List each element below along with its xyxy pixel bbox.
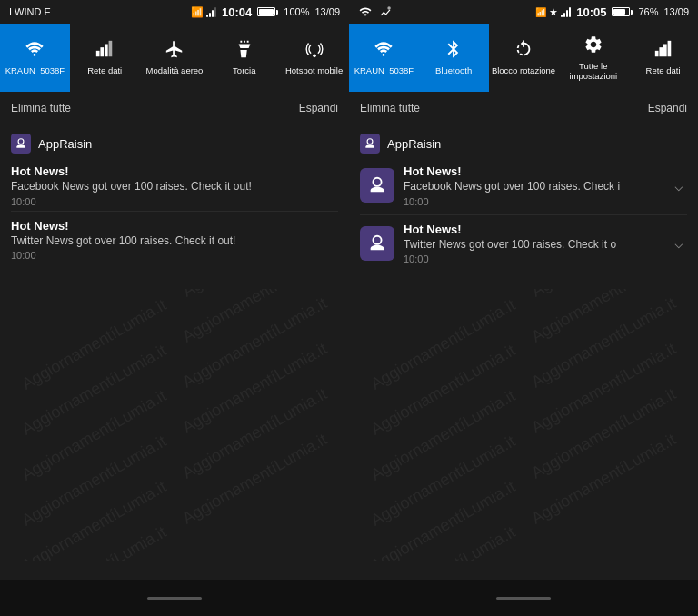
qa-airplane-left[interactable]: Modalità aereo bbox=[140, 24, 210, 92]
svg-point-4 bbox=[313, 55, 316, 58]
action-bar-left: Elimina tutte Espandi bbox=[0, 92, 349, 124]
notif-title-1-left: Hot News! bbox=[11, 164, 338, 178]
expand-right[interactable]: Espandi bbox=[648, 102, 687, 114]
notif-body-2-right: Twitter News got over 100 raises. Check … bbox=[404, 238, 662, 253]
action-bar-right: Elimina tutte Espandi bbox=[349, 92, 698, 124]
qa-wifi-left[interactable]: KRAUN_5038F bbox=[0, 24, 70, 92]
appraisin-name-left: AppRaisin bbox=[38, 137, 92, 151]
qa-settings-label-right: Tutte le impostazioni bbox=[560, 61, 626, 82]
bottom-line-right bbox=[496, 597, 551, 600]
quick-actions-left: KRAUN_5038F Rete dati Modalità aereo Tor… bbox=[0, 24, 349, 92]
bottom-line-left bbox=[147, 597, 202, 600]
appraisin-name-right: AppRaisin bbox=[387, 137, 441, 151]
quick-actions-right: KRAUN_5038F Bluetooth Blocco rotazione T… bbox=[349, 24, 698, 92]
signal-icon-qa-left bbox=[95, 39, 115, 62]
settings-icon-right bbox=[583, 35, 603, 57]
battery-left bbox=[257, 7, 278, 16]
qa-torch-label-left: Torcia bbox=[233, 65, 255, 75]
notif-item-1-right[interactable]: Hot News! Facebook News got over 100 rai… bbox=[360, 157, 687, 215]
status-right-left: 📶 10:04 100% 13/09 bbox=[191, 5, 340, 19]
qa-rotation-right[interactable]: Blocco rotazione bbox=[489, 24, 559, 92]
expand-left[interactable]: Espandi bbox=[299, 102, 338, 114]
notif-icon-2-right bbox=[360, 226, 394, 261]
rotation-icon-right bbox=[514, 39, 533, 62]
qa-data-label-left: Rete dati bbox=[87, 65, 122, 75]
qa-rotation-label-right: Blocco rotazione bbox=[492, 65, 555, 75]
qa-data-left[interactable]: Rete dati bbox=[70, 24, 140, 92]
battery-pct-right: 76% bbox=[638, 6, 658, 17]
status-icons-left: 📶 bbox=[191, 6, 216, 18]
notification-group-right: AppRaisin Hot News! Facebook News got ov… bbox=[349, 124, 698, 279]
svg-rect-1 bbox=[101, 47, 105, 56]
qa-bluetooth-right[interactable]: Bluetooth bbox=[419, 24, 489, 92]
notif-time-2-right: 10:00 bbox=[404, 253, 662, 264]
qa-wifi-right[interactable]: KRAUN_5038F bbox=[349, 24, 419, 92]
carrier-right bbox=[358, 5, 395, 18]
svg-rect-3 bbox=[109, 41, 113, 56]
notif-title-1-right: Hot News! bbox=[404, 164, 662, 178]
watermark-left: AggiornamentíLumia.it AggiornamentíLumia… bbox=[0, 289, 349, 561]
qa-wifi-label-left: KRAUN_5038F bbox=[5, 65, 65, 75]
torch-icon-left bbox=[234, 39, 254, 62]
bottom-bar-right bbox=[349, 580, 698, 616]
qa-bluetooth-label-right: Bluetooth bbox=[435, 65, 472, 75]
signal-icon-left bbox=[206, 6, 216, 17]
qa-data-right[interactable]: Rete dati bbox=[628, 24, 698, 92]
wifi-icon-left bbox=[25, 39, 45, 62]
notif-body-2-left: Twitter News got over 100 raises. Check … bbox=[11, 234, 338, 249]
notif-item-1-left[interactable]: Hot News! Facebook News got over 100 rai… bbox=[11, 157, 338, 212]
appraisin-icon-right bbox=[360, 134, 380, 154]
notif-body-1-right: Facebook News got over 100 raises. Check… bbox=[404, 180, 662, 194]
appraisin-icon-left bbox=[11, 134, 31, 154]
hotspot-icon-left bbox=[304, 39, 324, 62]
svg-rect-7 bbox=[654, 51, 658, 56]
notif-content-2-right: Hot News! Twitter News got over 100 rais… bbox=[404, 223, 662, 265]
qa-data-label-right: Rete dati bbox=[646, 65, 681, 75]
wifi-status-icon: 📶 bbox=[191, 6, 204, 18]
notif-body-1-left: Facebook News got over 100 raises. Check… bbox=[11, 180, 338, 194]
notif-time-1-left: 10:00 bbox=[11, 196, 338, 207]
expand-arrow-2-right[interactable]: ⌵ bbox=[671, 231, 687, 255]
wifi-icon-right bbox=[374, 39, 394, 62]
svg-rect-10 bbox=[667, 41, 671, 56]
time-left: 10:04 bbox=[222, 5, 252, 19]
svg-point-6 bbox=[387, 6, 391, 9]
notif-header-right: AppRaisin bbox=[360, 128, 687, 157]
notif-title-2-left: Hot News! bbox=[11, 219, 338, 233]
status-right-right: 📶 ★ 10:05 76% 13/09 bbox=[535, 5, 689, 19]
status-bar-left: I WIND E 📶 10:04 100% 13/09 bbox=[0, 0, 349, 24]
date-left: 13/09 bbox=[314, 6, 340, 17]
svg-point-13 bbox=[373, 236, 381, 244]
qa-wifi-label-right: KRAUN_5038F bbox=[354, 65, 414, 75]
time-right: 10:05 bbox=[576, 5, 606, 19]
notif-time-2-left: 10:00 bbox=[11, 250, 338, 261]
svg-rect-9 bbox=[663, 45, 667, 57]
status-bar-right: 📶 ★ 10:05 76% 13/09 bbox=[349, 0, 698, 24]
notif-item-2-left[interactable]: Hot News! Twitter News got over 100 rais… bbox=[11, 212, 338, 265]
qa-hotspot-left[interactable]: Hotspot mobile bbox=[279, 24, 349, 92]
expand-arrow-1-right[interactable]: ⌵ bbox=[671, 174, 687, 198]
notif-item-2-right[interactable]: Hot News! Twitter News got over 100 rais… bbox=[360, 215, 687, 273]
svg-point-11 bbox=[367, 139, 373, 144]
qa-torch-left[interactable]: Torcia bbox=[209, 24, 279, 92]
left-phone-panel: I WIND E 📶 10:04 100% 13/09 KRAUN_5038F bbox=[0, 0, 349, 616]
date-right: 13/09 bbox=[663, 6, 689, 17]
battery-pct-left: 100% bbox=[284, 6, 309, 17]
notification-group-left: AppRaisin Hot News! Facebook News got ov… bbox=[0, 124, 349, 272]
watermark-right: AggiornamentíLumia.it AggiornamentíLumia… bbox=[349, 289, 698, 561]
delete-all-left[interactable]: Elimina tutte bbox=[11, 102, 71, 114]
bt-status-icon: ★ bbox=[549, 6, 558, 18]
qa-settings-right[interactable]: Tutte le impostazioni bbox=[558, 24, 628, 92]
svg-rect-2 bbox=[105, 45, 108, 57]
notif-title-2-right: Hot News! bbox=[404, 223, 662, 236]
svg-rect-8 bbox=[659, 47, 663, 56]
svg-point-12 bbox=[373, 178, 381, 186]
delete-all-right[interactable]: Elimina tutte bbox=[360, 102, 420, 114]
qa-airplane-label-left: Modalità aereo bbox=[146, 65, 204, 75]
notif-icon-1-right bbox=[360, 168, 394, 203]
wifi-status-icon-right: 📶 bbox=[535, 7, 546, 17]
signal-icon-qa-right bbox=[653, 39, 673, 62]
signal-icon-right bbox=[561, 6, 571, 17]
notif-time-1-right: 10:00 bbox=[404, 196, 662, 207]
notif-content-1-right: Hot News! Facebook News got over 100 rai… bbox=[404, 164, 662, 207]
